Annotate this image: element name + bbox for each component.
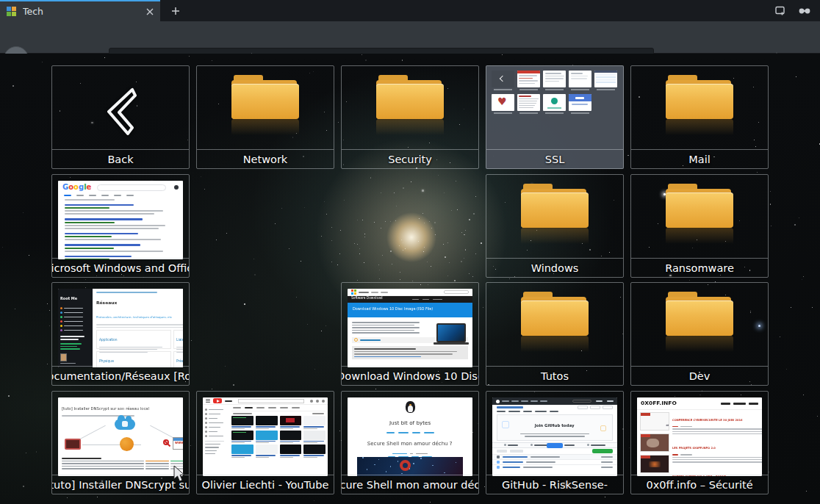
signup-button[interactable] (547, 443, 563, 448)
star (473, 213, 475, 215)
dial-tile-olivier-liechti-youtube[interactable]: Olivier Liechti - YouTube (196, 391, 334, 494)
video-thumbnail (303, 444, 326, 458)
dial-tile-win10-disc[interactable]: Software DownloadDownload Windows 10 Dis… (341, 282, 479, 386)
star (314, 500, 314, 501)
star (689, 280, 690, 281)
tile-label: Windows (531, 262, 579, 274)
new-window-icon[interactable] (774, 5, 786, 17)
tile-label: SSL (545, 154, 565, 165)
star (204, 189, 205, 190)
dial-tile-security[interactable]: Security (341, 65, 479, 169)
tile-label-bar: SSL (486, 149, 623, 168)
dial-tile-ms-windows-office[interactable]: GoogleMicrosoft Windows and Office (51, 174, 190, 278)
text-line (572, 104, 588, 105)
tile-label-bar: [tuto] Installer DNScrypt sur (52, 475, 189, 494)
star (47, 364, 48, 364)
text-line (352, 322, 420, 323)
dial-tile-ransomware[interactable]: Ransomware (630, 174, 769, 278)
text-line (206, 400, 210, 401)
tile-label: Microsoft Windows and Office (52, 262, 189, 274)
rootme-logo: Root Me (60, 297, 77, 301)
tab-close-icon[interactable] (146, 8, 154, 15)
video-thumbnail (256, 444, 278, 458)
star (324, 201, 325, 202)
text-line (206, 402, 210, 403)
video-thumbnail (256, 431, 278, 444)
star (67, 497, 68, 498)
text-line (422, 299, 429, 300)
oxoff-logo: 0X0FF.INFO (641, 400, 677, 406)
tile-label: Back (107, 154, 133, 165)
repo-file-row (492, 464, 617, 469)
page-thumbnail-rootme: Root MeRéseauxProtocoles, architecture, … (58, 289, 183, 367)
star (226, 233, 227, 234)
star (770, 204, 772, 205)
happy-note-thumb (640, 433, 669, 452)
star (629, 447, 630, 448)
back-arrow-icon (100, 84, 141, 140)
dial-tile-dev[interactable]: Dev (630, 282, 769, 386)
ms-banner-title: Download Windows 10 Disc Image (ISO File… (353, 307, 433, 312)
buffer-overflow-thumb (640, 455, 669, 473)
dial-tile-rootme-reseaux[interactable]: Root MeRéseauxProtocoles, architecture, … (51, 282, 190, 386)
dial-tile-network[interactable]: Network (196, 65, 334, 169)
oxoff-article-thumbs: CONFERENCE CYBERSECURITE (640, 412, 669, 476)
oxoff-article-heading: CONFERENCE CYBERSECURITE LE 30 JUIN 2016 (672, 419, 743, 422)
star (379, 270, 380, 270)
text-line (535, 411, 547, 412)
star (15, 309, 15, 309)
folder-icon (486, 184, 623, 247)
dial-tile-back[interactable]: Back (51, 65, 190, 169)
star (307, 324, 308, 325)
star (472, 276, 473, 277)
star (378, 264, 379, 265)
youtube-videos (229, 405, 328, 458)
text-line (371, 292, 378, 293)
text-line (354, 351, 457, 353)
dial-tile-ssl[interactable]: ♥SSL (486, 65, 624, 169)
dial-tile-secure-shell[interactable]: Just bit of bytesSecure Shell mon amour … (341, 391, 479, 494)
folder-reflection (666, 119, 733, 138)
star (321, 236, 322, 237)
star (23, 486, 24, 487)
star (357, 220, 358, 220)
star (422, 190, 423, 191)
text-line (96, 324, 183, 325)
star (357, 280, 358, 281)
star (253, 259, 254, 259)
rootme-sidebar: Root Me (58, 289, 93, 367)
tile-label: Mail (688, 154, 710, 165)
dnscrypt-article: [tuto] Installer DNScrypt sur son réseau… (58, 397, 183, 476)
dial-tile-mail[interactable]: Mail (630, 65, 769, 169)
star (97, 497, 98, 497)
star (392, 264, 392, 264)
dial-tile-dnscrypt-tuto[interactable]: [tuto] Installer DNScrypt sur son réseau… (51, 391, 190, 494)
tile-label: [tuto] Installer DNScrypt sur (52, 479, 189, 491)
dial-tile-windows[interactable]: Windows (486, 174, 624, 278)
quick-dial-favicon (7, 7, 16, 16)
text-line (65, 218, 143, 220)
text-line (65, 222, 115, 223)
text-line (65, 204, 134, 206)
page-thumbnail-youtube (203, 397, 328, 476)
new-tab-button[interactable] (165, 0, 187, 21)
star (456, 181, 456, 181)
dial-tile-tutos[interactable]: Tutos (486, 282, 624, 386)
star (396, 206, 397, 206)
repo-file-row (492, 454, 617, 459)
text-line (60, 336, 84, 337)
private-mask-icon[interactable] (798, 7, 811, 15)
text-line (65, 210, 163, 212)
dial-tile-github-risksense[interactable]: Join GitHub todayGitHub - RiskSense- (486, 391, 624, 494)
star (338, 122, 339, 123)
oxoff-article: LES PROJETS 0X0FF.INFO 2.0 (672, 440, 762, 464)
star (190, 445, 191, 446)
dial-tile-0x0ff-securite[interactable]: 0X0FF.INFOCONFERENCE CYBERSECURITECONFER… (630, 391, 769, 494)
star (382, 255, 383, 256)
star (412, 281, 413, 281)
tile-label-bar: Secure Shell mon amour déchu (342, 475, 478, 494)
text-line (412, 299, 419, 300)
mini-caption (545, 112, 564, 114)
tab-tech[interactable]: Tech (0, 0, 160, 21)
folder-reflection (666, 228, 733, 247)
